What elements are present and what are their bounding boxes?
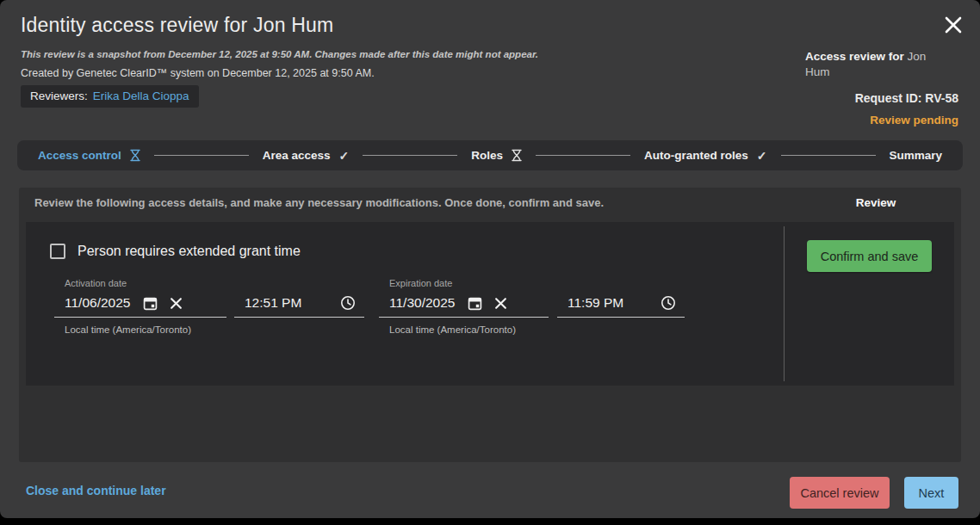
reviewer-link[interactable]: Erika Della Cioppa bbox=[93, 90, 189, 102]
access-details-card: Person requires extended grant time Acti… bbox=[26, 222, 954, 386]
expiration-date-label: Expiration date bbox=[389, 278, 549, 288]
review-stepper: Access control Area access ✓ Roles Auto-… bbox=[17, 140, 963, 170]
clear-date-icon[interactable] bbox=[170, 297, 183, 310]
reviewers-chip: Reviewers: Erika Della Cioppa bbox=[21, 85, 199, 108]
extended-grant-label: Person requires extended grant time bbox=[78, 244, 301, 259]
calendar-icon[interactable] bbox=[143, 296, 158, 311]
close-icon bbox=[943, 15, 964, 35]
step-auto-granted-roles[interactable]: Auto-granted roles ✓ bbox=[644, 149, 767, 163]
reviewers-label: Reviewers: bbox=[30, 90, 88, 102]
expiration-date-group: Expiration date 11/30/2025 bbox=[379, 276, 549, 335]
access-review-for-label: Access review for bbox=[805, 50, 904, 63]
check-icon: ✓ bbox=[339, 149, 350, 163]
step-area-access[interactable]: Area access ✓ bbox=[263, 149, 350, 163]
stepper-connector bbox=[781, 155, 876, 156]
request-id: Request ID: RV-58 bbox=[855, 91, 958, 105]
review-action-column: Confirm and save bbox=[784, 226, 954, 381]
close-and-continue-later-link[interactable]: Close and continue later bbox=[26, 484, 166, 497]
step-access-control[interactable]: Access control bbox=[38, 149, 140, 162]
instruction-row: Review the following access details, and… bbox=[19, 188, 961, 217]
step-roles[interactable]: Roles bbox=[471, 149, 522, 162]
expiration-date-value[interactable]: 11/30/2025 bbox=[389, 295, 455, 311]
identity-access-review-dialog: Identity access review for Jon Hum This … bbox=[0, 0, 980, 518]
stepper-connector bbox=[154, 155, 249, 156]
snapshot-note: This review is a snapshot from December … bbox=[21, 49, 538, 59]
instruction-text: Review the following access details, and… bbox=[34, 196, 791, 209]
review-column-header: Review bbox=[791, 196, 961, 209]
hourglass-icon bbox=[512, 149, 522, 162]
access-details-form: Person requires extended grant time Acti… bbox=[26, 222, 784, 386]
created-note: Created by Genetec ClearID™ system on De… bbox=[21, 67, 375, 79]
activation-date-value[interactable]: 11/06/2025 bbox=[65, 295, 130, 311]
check-icon: ✓ bbox=[757, 149, 767, 163]
expiration-timezone-note: Local time (America/Toronto) bbox=[389, 324, 549, 335]
activation-date-group: Activation date 11/06/2025 bbox=[54, 276, 226, 335]
activation-time-value[interactable]: 12:51 PM bbox=[245, 295, 301, 311]
expiration-date-field[interactable]: Expiration date 11/30/2025 bbox=[379, 276, 549, 318]
clear-date-icon[interactable] bbox=[494, 297, 507, 310]
stepper-connector bbox=[363, 155, 457, 156]
expiration-time-value[interactable]: 11:59 PM bbox=[568, 295, 623, 311]
date-time-fields: Activation date 11/06/2025 bbox=[54, 276, 784, 335]
activation-date-field[interactable]: Activation date 11/06/2025 bbox=[54, 276, 226, 318]
extended-grant-row: Person requires extended grant time bbox=[50, 244, 784, 259]
footer-buttons: Cancel review Next bbox=[790, 477, 958, 509]
cancel-review-button[interactable]: Cancel review bbox=[790, 477, 890, 509]
status-badge: Review pending bbox=[870, 114, 958, 127]
clock-icon[interactable] bbox=[661, 295, 676, 311]
confirm-and-save-button[interactable]: Confirm and save bbox=[807, 240, 933, 272]
clock-icon[interactable] bbox=[340, 295, 356, 311]
activation-date-label: Activation date bbox=[65, 278, 226, 288]
access-control-panel: Review the following access details, and… bbox=[19, 188, 961, 462]
calendar-icon[interactable] bbox=[468, 296, 482, 311]
expiration-time-field[interactable]: 11:59 PM bbox=[557, 276, 685, 318]
activation-time-field[interactable]: 12:51 PM bbox=[234, 276, 364, 318]
step-summary[interactable]: Summary bbox=[890, 149, 943, 162]
extended-grant-checkbox[interactable] bbox=[50, 244, 65, 259]
stepper-connector bbox=[536, 155, 630, 156]
close-button[interactable] bbox=[939, 10, 968, 40]
next-button[interactable]: Next bbox=[904, 477, 958, 509]
page-title: Identity access review for Jon Hum bbox=[21, 14, 333, 37]
hourglass-icon bbox=[130, 149, 140, 162]
access-review-for: Access review for Jon Hum bbox=[805, 49, 936, 80]
activation-timezone-note: Local time (America/Toronto) bbox=[65, 324, 226, 335]
